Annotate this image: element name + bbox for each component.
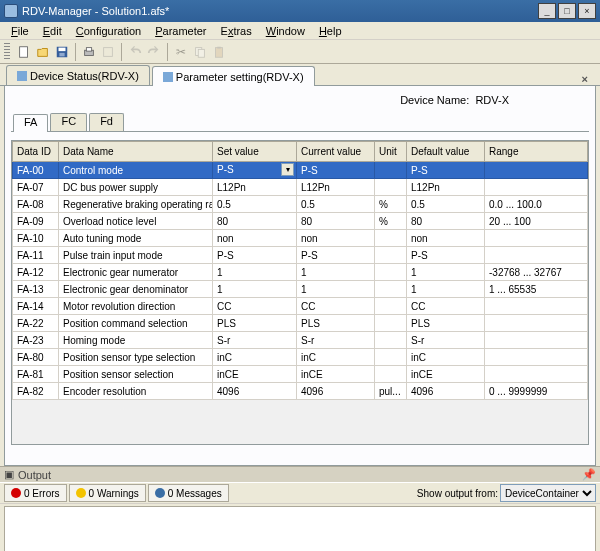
cell-unit	[375, 247, 407, 264]
table-row[interactable]: FA-23Homing modeS-rS-rS-r	[13, 332, 588, 349]
close-button[interactable]: ×	[578, 3, 596, 19]
tab-device-status[interactable]: Device Status(RDV-X)	[6, 65, 150, 85]
col-data-id[interactable]: Data ID	[13, 142, 59, 162]
undo-button[interactable]	[126, 43, 144, 61]
svg-rect-8	[198, 49, 204, 57]
copy-button[interactable]	[191, 43, 209, 61]
table-row[interactable]: FA-11Pulse train input modeP-SP-SP-S	[13, 247, 588, 264]
cell-cur: S-r	[297, 332, 375, 349]
cut-button[interactable]: ✂	[172, 43, 190, 61]
svg-rect-0	[20, 46, 28, 57]
cell-cur: 0.5	[297, 196, 375, 213]
cell-unit	[375, 230, 407, 247]
errors-filter[interactable]: 0 Errors	[4, 484, 67, 502]
cell-set[interactable]: P-S▾	[213, 162, 297, 179]
cell-id: FA-82	[13, 383, 59, 400]
table-row[interactable]: FA-10Auto tuning modenonnonnon	[13, 230, 588, 247]
grid-header-row: Data ID Data Name Set value Current valu…	[13, 142, 588, 162]
cell-cur: L12Pn	[297, 179, 375, 196]
app-icon	[4, 4, 18, 18]
cell-set[interactable]: inCE	[213, 366, 297, 383]
cell-set[interactable]: 1	[213, 264, 297, 281]
new-button[interactable]	[15, 43, 33, 61]
cell-id: FA-07	[13, 179, 59, 196]
svg-rect-6	[104, 47, 113, 56]
cell-cur: inCE	[297, 366, 375, 383]
col-range[interactable]: Range	[485, 142, 588, 162]
cell-range	[485, 315, 588, 332]
table-row[interactable]: FA-08Regenerative braking operating rati…	[13, 196, 588, 213]
print-button[interactable]	[80, 43, 98, 61]
cell-unit: pul...	[375, 383, 407, 400]
cell-set[interactable]: L12Pn	[213, 179, 297, 196]
subtab-fc[interactable]: FC	[50, 113, 87, 131]
tab-parameter-setting[interactable]: Parameter setting(RDV-X)	[152, 66, 315, 86]
dropdown-button[interactable]: ▾	[281, 163, 294, 176]
table-row[interactable]: FA-22Position command selectionPLSPLSPLS	[13, 315, 588, 332]
table-row[interactable]: FA-82Encoder resolution40964096pul...409…	[13, 383, 588, 400]
cell-unit	[375, 162, 407, 179]
messages-count: 0 Messages	[168, 488, 222, 499]
table-row[interactable]: FA-00Control modeP-S▾P-SP-S	[13, 162, 588, 179]
output-pin-icon[interactable]: 📌	[582, 468, 596, 481]
warnings-filter[interactable]: 0 Warnings	[69, 484, 146, 502]
cell-unit	[375, 366, 407, 383]
window-buttons: _ □ ×	[538, 3, 596, 19]
cell-range: 20 ... 100	[485, 213, 588, 230]
col-current-value[interactable]: Current value	[297, 142, 375, 162]
maximize-button[interactable]: □	[558, 3, 576, 19]
table-row[interactable]: FA-09Overload notice level8080%8020 ... …	[13, 213, 588, 230]
table-row[interactable]: FA-80Position sensor type selectioninCin…	[13, 349, 588, 366]
output-text[interactable]	[4, 506, 596, 551]
cell-set[interactable]: inC	[213, 349, 297, 366]
paste-button[interactable]	[210, 43, 228, 61]
import-button[interactable]	[99, 43, 117, 61]
table-row[interactable]: FA-81Position sensor selectioninCEinCEin…	[13, 366, 588, 383]
minimize-button[interactable]: _	[538, 3, 556, 19]
cell-unit: %	[375, 213, 407, 230]
cell-id: FA-08	[13, 196, 59, 213]
table-row[interactable]: FA-13Electronic gear denominator1111 ...…	[13, 281, 588, 298]
col-default-value[interactable]: Default value	[407, 142, 485, 162]
cell-id: FA-22	[13, 315, 59, 332]
redo-button[interactable]	[145, 43, 163, 61]
table-row[interactable]: FA-12Electronic gear numerator111-32768 …	[13, 264, 588, 281]
output-titlebar[interactable]: ▣Output 📌	[0, 466, 600, 482]
open-button[interactable]	[34, 43, 52, 61]
cell-set[interactable]: P-S	[213, 247, 297, 264]
tab-device-status-label: Device Status(RDV-X)	[30, 70, 139, 82]
subtab-fa[interactable]: FA	[13, 114, 48, 132]
cell-unit	[375, 298, 407, 315]
menu-parameter[interactable]: Parameter	[148, 25, 213, 37]
menubar: FFileile Edit Configuration Parameter Ex…	[0, 22, 600, 40]
parameter-grid[interactable]: Data ID Data Name Set value Current valu…	[12, 141, 588, 400]
cell-range: -32768 ... 32767	[485, 264, 588, 281]
table-row[interactable]: FA-07DC bus power supplyL12PnL12PnL12Pn	[13, 179, 588, 196]
cell-set[interactable]: PLS	[213, 315, 297, 332]
cell-set[interactable]: 1	[213, 281, 297, 298]
table-row[interactable]: FA-14Motor revolution directionCCCCCC	[13, 298, 588, 315]
cell-set[interactable]: 0.5	[213, 196, 297, 213]
subtab-fd[interactable]: Fd	[89, 113, 124, 131]
col-set-value[interactable]: Set value	[213, 142, 297, 162]
save-button[interactable]	[53, 43, 71, 61]
menu-configuration[interactable]: Configuration	[69, 25, 148, 37]
output-source-select[interactable]: DeviceContainer	[500, 484, 596, 502]
cell-set[interactable]: CC	[213, 298, 297, 315]
cell-set[interactable]: non	[213, 230, 297, 247]
cell-set[interactable]: S-r	[213, 332, 297, 349]
messages-filter[interactable]: 0 Messages	[148, 484, 229, 502]
cell-set[interactable]: 80	[213, 213, 297, 230]
toolbar-grip[interactable]	[4, 43, 10, 61]
col-data-name[interactable]: Data Name	[59, 142, 213, 162]
menu-help[interactable]: Help	[312, 25, 349, 37]
menu-extras[interactable]: Extras	[214, 25, 259, 37]
menu-edit[interactable]: Edit	[36, 25, 69, 37]
parameter-grid-wrap: Data ID Data Name Set value Current valu…	[11, 140, 589, 445]
menu-file[interactable]: FFileile	[4, 25, 36, 37]
col-unit[interactable]: Unit	[375, 142, 407, 162]
menu-window[interactable]: Window	[259, 25, 312, 37]
tab-close-button[interactable]: ×	[576, 73, 594, 85]
cell-range	[485, 230, 588, 247]
cell-set[interactable]: 4096	[213, 383, 297, 400]
